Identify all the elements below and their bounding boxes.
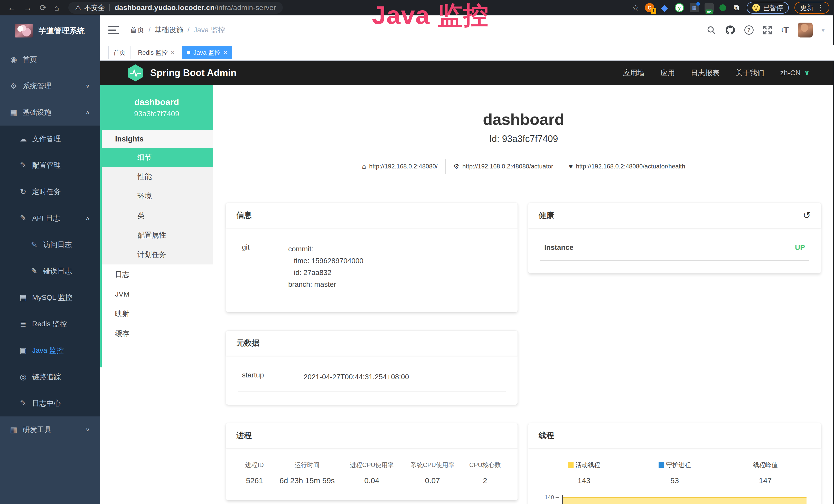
database-icon: ▤ [17,293,29,302]
breadcrumb-home[interactable]: 首页 [130,25,144,35]
sba-sidebar: dashboard 93a3fc7f7409 Insights 细节 性能 环境… [100,85,213,504]
sidebar-item-label: API 日志 [32,213,60,223]
font-size-icon[interactable]: tT [781,25,789,35]
extensions-puzzle-icon[interactable]: ⧉ [732,3,741,12]
github-icon[interactable] [725,25,736,36]
sidebar-item-label: 基础设施 [23,108,51,117]
sidebar-item-api-log[interactable]: ✎ API 日志 ∧ [0,205,100,231]
sba-item-details[interactable]: 细节 [100,148,213,167]
breadcrumb: 首页 / 基础设施 / Java 监控 [130,25,225,35]
tab-java-monitor[interactable]: Java 监控 × [182,46,232,59]
nav-applications[interactable]: 应用 [661,68,675,78]
leaf-extension-icon[interactable] [720,4,726,11]
paused-badge[interactable]: 已暂停 [747,2,789,14]
language-select[interactable]: zh-CN ∨ [780,69,810,77]
help-icon[interactable]: ? [744,25,753,35]
app-logo-row[interactable]: 芋道管理系统 [0,16,100,46]
sidebar-item-error-log[interactable]: ✎ 错误日志 [0,258,100,284]
security-label[interactable]: 不安全 [84,3,105,12]
green-extension-icon[interactable]: y [675,3,684,12]
sba-brand-title: Spring Boot Admin [150,68,237,78]
fullscreen-icon[interactable] [762,25,773,35]
sidebar-item-redis-monitor[interactable]: ≣ Redis 监控 [0,311,100,337]
legend-value: 143 [539,476,629,485]
home-icon[interactable]: ⌂ [54,4,59,12]
sba-item-environment[interactable]: 环境 [100,186,213,206]
breadcrumb-current: Java 监控 [194,25,225,35]
tab-home[interactable]: 首页 [108,46,130,59]
legend-value: 53 [629,476,720,485]
bookmark-star-icon[interactable]: ☆ [632,3,639,13]
annotation-java-monitor: Java 监控 [372,2,489,29]
gem-extension-icon[interactable]: ◆ [660,3,669,12]
sidebar-item-infra[interactable]: ▦ 基础设施 ∧ [0,99,100,125]
nav-about[interactable]: 关于我们 [736,68,764,78]
instance-id-line: Id: 93a3fc7f7409 [213,134,834,144]
reload-icon[interactable]: ⟳ [40,4,46,12]
update-button[interactable]: 更新 ⋮ [794,2,829,14]
chevron-down-icon: ∨ [85,83,90,89]
close-icon[interactable]: × [223,49,227,56]
actuator-url-link[interactable]: ⚙ http://192.168.0.2:48080/actuator [445,159,561,174]
chevron-down-icon: ∨ [85,427,90,432]
cards-grid: 信息 git commit: time: 1596289704000 id: 2… [226,203,834,504]
sidebar-item-file-manage[interactable]: ☁ 文件管理 [0,125,100,152]
sba-body: dashboard 93a3fc7f7409 Insights 细节 性能 环境… [100,85,834,504]
close-icon[interactable]: × [171,49,174,56]
tab-redis-monitor[interactable]: Redis 监控 × [133,46,179,59]
nav-journal[interactable]: 日志报表 [691,68,720,78]
sba-item-config-props[interactable]: 配置属性 [100,225,213,245]
sidebar-item-home[interactable]: ◉ 首页 [0,46,100,73]
browser-menu-icon[interactable]: ⋮ [817,4,824,12]
address-bar[interactable]: ⚠ 不安全 dashboard.yudao.iocoder.cn/infra/a… [68,2,283,14]
search-icon[interactable] [706,25,716,35]
threads-card-body: 活动线程 守护进程 线程峰值 143 53 147 140 120 [528,448,821,504]
legend-item: 守护进程 [629,461,720,469]
sba-content: dashboard Id: 93a3fc7f7409 ⌂ http://192.… [213,85,834,504]
sidebar-item-trace[interactable]: ◎ 链路追踪 [0,364,100,390]
history-icon[interactable]: ↺ [803,210,811,221]
language-label: zh-CN [780,69,800,77]
sba-item-beans[interactable]: 类 [100,206,213,225]
url[interactable]: dashboard.yudao.iocoder.cn/infra/admin-s… [114,4,276,12]
sidebar-item-mysql-monitor[interactable]: ▤ MySQL 监控 [0,284,100,311]
extension-c-icon[interactable]: C 1 [645,3,654,12]
sidebar-item-dev-tools[interactable]: ▦ 研发工具 ∨ [0,416,100,443]
forward-icon[interactable]: → [24,4,32,12]
insights-group-label[interactable]: Insights [100,130,213,148]
user-avatar[interactable] [798,23,813,38]
sidebar-item-config-manage[interactable]: ✎ 配置管理 [0,152,100,179]
sba-item-caches[interactable]: 缓存 [100,324,213,344]
sba-item-scheduled-tasks[interactable]: 计划任务 [100,245,213,265]
back-icon[interactable]: ← [8,4,16,12]
sba-item-mappings[interactable]: 映射 [100,304,213,324]
grid-extension-icon[interactable]: ▦ [690,3,699,12]
gem-glyph: ◆ [661,3,668,13]
sba-item-jvm[interactable]: JVM [100,284,213,304]
divider [109,4,110,11]
log-edit-icon: ✎ [28,240,40,249]
nav-wallboard[interactable]: 应用墙 [623,68,645,78]
breadcrumb-infra[interactable]: 基础设施 [155,25,183,35]
sidebar-item-scheduled-jobs[interactable]: ↻ 定时任务 [0,179,100,205]
hamburger-icon[interactable] [108,26,119,34]
active-threads-area [563,497,807,504]
app-sidebar: 芋道管理系统 ◉ 首页 ⚙ 系统管理 ∨ ▦ 基础设施 ∧ [0,16,100,504]
edit-icon: ✎ [17,161,29,170]
sidebar-item-access-log[interactable]: ✎ 访问日志 [0,231,100,258]
sba-item-logfile[interactable]: 日志 [100,265,213,284]
sba-item-metrics[interactable]: 性能 [100,167,213,186]
toolbox-icon: ▦ [8,425,20,434]
service-url-link[interactable]: ⌂ http://192.168.0.2:48080/ [354,159,445,174]
info-card-body: git commit: time: 1596289704000 id: 27aa… [226,228,518,312]
sidebar-item-java-monitor[interactable]: ▣ Java 监控 [0,337,100,364]
sidebar-item-system[interactable]: ⚙ 系统管理 ∨ [0,73,100,99]
health-url-link[interactable]: ♥ http://192.168.0.2:48080/actuator/heal… [561,159,693,174]
warning-icon: ⚠ [75,4,81,12]
sidebar-item-log-center[interactable]: ✎ 日志中心 [0,390,100,416]
threads-card: 线程 活动线程 守护进程 线程峰值 143 53 147 [528,423,821,504]
caret-down-icon[interactable]: ▾ [821,26,825,34]
sba-logo[interactable]: Spring Boot Admin [127,64,237,82]
service-url: http://192.168.0.2:48080/ [369,163,438,170]
toggle-extension-icon[interactable]: on [705,3,714,12]
